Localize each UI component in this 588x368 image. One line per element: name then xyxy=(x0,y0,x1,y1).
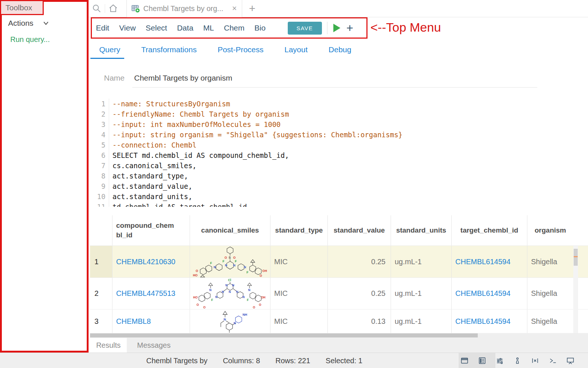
code-line: 11td.chembl_id AS target_chembl_id, xyxy=(90,202,575,207)
add-button[interactable]: + xyxy=(347,22,354,34)
sql-code-editor[interactable]: 1--name: StructuresByOrganism 2--friendl… xyxy=(90,99,575,207)
molecule-structure: Cl NNN NN NN N N HOOO FF xyxy=(191,278,269,309)
tab-results[interactable]: Results xyxy=(90,338,127,353)
app-window: Chembl Targets by org... × + Edit View S… xyxy=(0,0,588,368)
target-link[interactable]: CHEMBL614594 xyxy=(455,289,510,298)
header-compound-chembl-id[interactable]: compound_chembl_id xyxy=(112,215,190,245)
play-icon xyxy=(332,23,341,33)
run-query-link[interactable]: Run query... xyxy=(10,35,50,44)
compound-cell[interactable]: CHEMBL8 xyxy=(112,309,190,333)
code-text: act.standard_units, xyxy=(109,191,192,202)
console-button[interactable] xyxy=(544,353,562,368)
smiles-cell[interactable]: N N NH xyxy=(190,309,270,333)
standard-units-cell[interactable]: ug.mL-1 xyxy=(391,309,451,333)
search-button[interactable] xyxy=(89,0,105,17)
row-number[interactable]: 3 xyxy=(90,309,112,333)
tab-post-process[interactable]: Post-Process xyxy=(218,45,263,54)
grid-horizontal-scrollbar[interactable] xyxy=(90,333,588,338)
compound-cell[interactable]: CHEMBL4475513 xyxy=(112,278,190,309)
header-organism[interactable]: organism xyxy=(527,215,573,245)
new-tab-button[interactable]: + xyxy=(242,2,262,15)
header-standard-value[interactable]: standard_value xyxy=(327,215,391,245)
svg-text:Cl: Cl xyxy=(228,279,231,282)
presentation-button[interactable] xyxy=(562,353,579,368)
name-input[interactable]: Chembl Targets by organism xyxy=(134,74,232,82)
variables-button[interactable] xyxy=(526,353,544,368)
code-text: act.standard_type, xyxy=(109,171,188,181)
compound-link[interactable]: CHEMBL4210630 xyxy=(116,258,175,266)
tab-title: Chembl Targets by org... xyxy=(143,4,223,13)
tab-query[interactable]: Query xyxy=(99,45,120,54)
table-row[interactable]: 1 CHEMBL4210630 OSO FF NN NN F xyxy=(90,246,588,278)
run-query-button[interactable] xyxy=(332,23,341,33)
code-text: --input: int maxNumberOfMolecules = 1000 xyxy=(109,119,281,130)
standard-units-cell[interactable]: ug.mL-1 xyxy=(391,278,451,309)
scrollbar-thumb[interactable] xyxy=(90,333,478,337)
tab-layout[interactable]: Layout xyxy=(284,45,308,54)
close-icon[interactable]: × xyxy=(226,4,237,13)
smiles-cell[interactable]: OSO FF NN NN F F OHO xyxy=(190,246,270,277)
standard-type-cell[interactable]: MIC xyxy=(270,309,327,333)
standard-value-cell[interactable]: 0.25 xyxy=(327,246,391,277)
smiles-cell[interactable]: Cl NNN NN NN N N HOOO FF xyxy=(190,278,270,309)
row-number[interactable]: 1 xyxy=(90,246,112,277)
compound-link[interactable]: CHEMBL4475513 xyxy=(116,289,175,298)
view-tabs: Query Transformations Post-Process Layou… xyxy=(90,41,351,58)
code-text: --connection: Chembl xyxy=(109,140,197,150)
target-cell[interactable]: CHEMBL614594 xyxy=(451,309,527,333)
code-line: 1--name: StructuresByOrganism xyxy=(90,99,575,109)
svg-text:F: F xyxy=(211,298,213,302)
menu-item-select[interactable]: Select xyxy=(146,24,167,32)
header-standard-type[interactable]: standard_type xyxy=(270,215,327,245)
svg-text:F: F xyxy=(222,259,224,263)
standard-value-cell[interactable]: 0.13 xyxy=(327,309,391,333)
svg-text:O: O xyxy=(196,269,198,273)
header-target-chembl-id[interactable]: target_chembl_id xyxy=(451,215,527,245)
header-rownum xyxy=(90,215,112,245)
line-number: 11 xyxy=(90,202,109,207)
standard-type-cell[interactable]: MIC xyxy=(270,278,327,309)
actions-section[interactable]: Actions xyxy=(8,19,49,28)
current-row-marker xyxy=(574,256,578,257)
compound-cell[interactable]: CHEMBL4210630 xyxy=(112,246,190,277)
menu-item-view[interactable]: View xyxy=(119,24,136,32)
menu-item-edit[interactable]: Edit xyxy=(96,24,109,32)
home-button[interactable] xyxy=(105,0,121,17)
compound-link[interactable]: CHEMBL8 xyxy=(116,317,151,326)
tab-debug[interactable]: Debug xyxy=(329,45,351,54)
target-link[interactable]: CHEMBL614594 xyxy=(455,258,510,266)
target-link[interactable]: CHEMBL614594 xyxy=(455,317,510,326)
tab-transformations[interactable]: Transformations xyxy=(141,45,197,54)
target-cell[interactable]: CHEMBL614594 xyxy=(451,246,527,277)
tab-chembl-targets[interactable]: Chembl Targets by org... × xyxy=(126,0,242,17)
table-row[interactable]: 3 CHEMBL8 N N NH MIC 0.13 xyxy=(90,309,588,333)
svg-text:N: N xyxy=(233,263,235,267)
standard-type-cell[interactable]: MIC xyxy=(270,246,327,277)
grid-vertical-scrollbar[interactable] xyxy=(573,246,578,333)
code-line: 2--friendlyName: Chembl Targets by organ… xyxy=(90,109,575,119)
organism-cell[interactable]: Shigella xyxy=(527,246,573,277)
line-number: 5 xyxy=(90,140,109,150)
menu-item-bio[interactable]: Bio xyxy=(254,24,265,32)
save-button[interactable]: SAVE xyxy=(288,22,322,35)
tab-messages[interactable]: Messages xyxy=(127,338,181,353)
header-standard-units[interactable]: standard_units xyxy=(391,215,451,245)
menu-item-ml[interactable]: ML xyxy=(203,24,214,32)
standard-value-cell[interactable]: 0.25 xyxy=(327,278,391,309)
organism-cell[interactable]: Shigella xyxy=(527,309,573,333)
menu-item-data[interactable]: Data xyxy=(177,24,193,32)
target-cell[interactable]: CHEMBL614594 xyxy=(451,278,527,309)
header-canonical-smiles[interactable]: canonical_smiles xyxy=(190,215,270,245)
menu-item-chem[interactable]: Chem xyxy=(224,24,244,32)
svg-text:N: N xyxy=(248,288,250,291)
row-number[interactable]: 2 xyxy=(90,278,112,309)
standard-units-cell[interactable]: ug.mL-1 xyxy=(391,246,451,277)
svg-text:OH: OH xyxy=(262,269,267,273)
top-menu-bar: Edit View Select Data ML Chem Bio SAVE + xyxy=(91,17,368,39)
organism-cell[interactable]: Shigella xyxy=(527,278,573,309)
svg-text:HO: HO xyxy=(193,296,198,299)
table-row[interactable]: 2 CHEMBL4475513 Cl NNN NN NN N N xyxy=(90,278,588,309)
scrollbar-thumb[interactable] xyxy=(574,249,578,266)
svg-text:N: N xyxy=(225,283,227,287)
info-button[interactable] xyxy=(509,353,526,368)
